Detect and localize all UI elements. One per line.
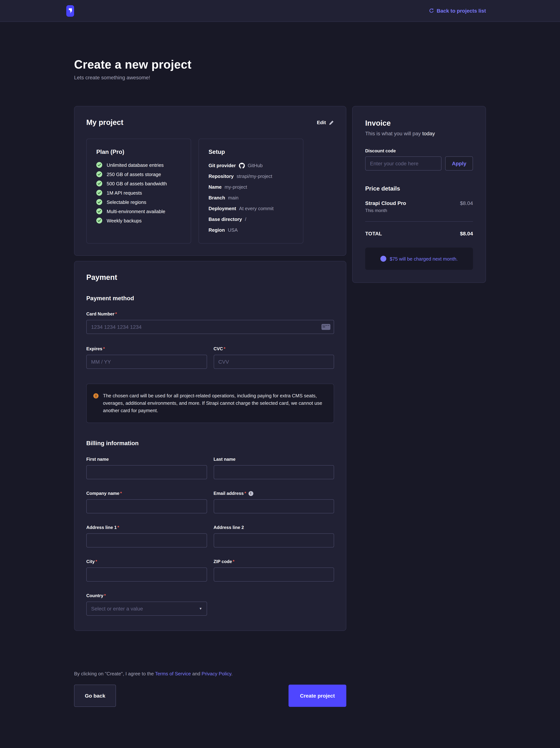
plan-feature: Unlimited database entries	[96, 162, 181, 168]
card-number-label: Card Number*	[86, 311, 117, 317]
total-row: TOTAL $8.04	[365, 231, 473, 236]
required-asterisk: *	[120, 491, 122, 496]
required-asterisk: *	[95, 559, 97, 564]
required-asterisk: *	[104, 593, 106, 598]
next-month-note: i $75 will be charged next month.	[365, 248, 473, 270]
check-circle-icon	[96, 162, 102, 168]
country-label: Country*	[86, 593, 106, 598]
content-columns: My project Edit Plan (Pro)	[74, 106, 486, 631]
email-address-label: Email address* i	[214, 491, 253, 496]
footer-actions: Go back Create project	[74, 685, 346, 707]
email-address-field: Email address* i	[214, 490, 334, 513]
payment-card: Payment Payment method Card Number*	[74, 261, 346, 631]
edit-button[interactable]: Edit	[317, 120, 334, 125]
check-circle-icon	[96, 199, 102, 205]
expires-input[interactable]	[86, 355, 207, 369]
address-line-2-input[interactable]	[214, 533, 334, 547]
zip-code-field: ZIP code*	[214, 558, 334, 582]
price-item-amount: $8.04	[460, 200, 473, 206]
city-input[interactable]	[86, 567, 207, 582]
plan-feature: 500 GB of assets bandwidth	[96, 181, 181, 186]
page: Back to projects list Create a new proje…	[0, 0, 560, 748]
expires-field: Expires*	[86, 345, 207, 369]
first-name-input[interactable]	[86, 465, 207, 479]
last-name-input[interactable]	[214, 465, 334, 479]
address-line-1-field: Address line 1*	[86, 524, 207, 547]
price-item-period: This month	[365, 208, 473, 213]
last-name-field: Last name	[214, 455, 334, 479]
check-circle-icon	[96, 190, 102, 196]
required-asterisk: *	[244, 491, 246, 496]
plan-feature: 250 GB of assets storage	[96, 171, 181, 177]
first-name-field: First name	[86, 455, 207, 479]
country-select[interactable]: Select or enter a value ▼	[86, 602, 207, 616]
discount-code-input[interactable]	[365, 157, 441, 170]
card-usage-notice-text: The chosen card will be used for all pro…	[103, 392, 327, 414]
discount-code-label: Discount code	[365, 148, 473, 154]
address-line-2-field: Address line 2	[214, 524, 334, 547]
page-subtitle: Lets create something awesome!	[74, 74, 486, 80]
next-month-note-text: $75 will be charged next month.	[390, 256, 458, 261]
country-field: Country* Select or enter a value ▼	[86, 592, 207, 616]
price-details-title: Price details	[365, 185, 473, 192]
address-line-1-label: Address line 1*	[86, 525, 119, 530]
pencil-icon	[329, 120, 334, 125]
check-circle-icon	[96, 171, 102, 177]
company-name-label: Company name*	[86, 491, 122, 496]
address-line-1-input[interactable]	[86, 533, 207, 547]
back-to-projects-link[interactable]: Back to projects list	[429, 8, 486, 14]
check-circle-icon	[96, 217, 102, 224]
setup-row-base-directory: Base directory /	[209, 216, 293, 223]
invoice-card: Invoice This is what you will pay today …	[352, 106, 486, 283]
total-label: TOTAL	[365, 231, 382, 236]
setup-row-deployment: Deployment At every commit	[209, 205, 293, 212]
plan-feature-list: Unlimited database entries 250 GB of ass…	[96, 162, 181, 224]
left-column: My project Edit Plan (Pro)	[74, 106, 346, 631]
main-content: Create a new project Lets create somethi…	[0, 58, 560, 707]
go-back-button[interactable]: Go back	[74, 685, 116, 707]
invoice-title: Invoice	[365, 119, 473, 127]
apply-button[interactable]: Apply	[445, 157, 473, 170]
plan-feature: Multi-environment available	[96, 208, 181, 214]
country-select-placeholder: Select or enter a value	[91, 606, 143, 612]
city-label: City*	[86, 559, 97, 564]
cvc-label: CVC*	[214, 346, 225, 351]
setup-row-repository: Repository strapi/my-project	[209, 173, 293, 180]
price-item-name: Strapi Cloud Pro	[365, 200, 406, 206]
credit-card-icon	[321, 324, 331, 330]
check-circle-icon	[96, 181, 102, 186]
card-number-input[interactable]	[86, 320, 334, 334]
required-asterisk: *	[103, 346, 105, 351]
discount-row: Apply	[365, 157, 473, 170]
warning-icon: !	[93, 393, 99, 398]
email-info-icon[interactable]: i	[248, 491, 253, 496]
billing-grid: First name Last name Compa	[86, 455, 334, 582]
company-name-field: Company name*	[86, 490, 207, 513]
setup-row-name: Name my-project	[209, 184, 293, 190]
zip-code-input[interactable]	[214, 567, 334, 582]
privacy-policy-link[interactable]: Privacy Policy	[202, 671, 231, 676]
company-name-input[interactable]	[86, 499, 207, 513]
top-bar: Back to projects list	[0, 0, 560, 22]
setup-title: Setup	[209, 149, 293, 155]
my-project-header: My project Edit	[86, 118, 334, 127]
invoice-divider	[365, 221, 473, 221]
page-title: Create a new project	[74, 58, 486, 72]
back-link-label: Back to projects list	[437, 8, 486, 14]
cvc-input[interactable]	[214, 355, 334, 369]
create-project-button[interactable]: Create project	[289, 685, 346, 707]
edit-label: Edit	[317, 120, 326, 125]
required-asterisk: *	[115, 311, 117, 317]
strapi-bolt-icon	[67, 7, 73, 15]
setup-row-git-provider: Git provider GitHub	[209, 162, 293, 169]
email-address-input[interactable]	[214, 499, 334, 513]
strapi-logo-icon	[66, 5, 74, 17]
plan-feature: Weekly backups	[96, 217, 181, 224]
plan-title: Plan (Pro)	[96, 149, 181, 155]
total-amount: $8.04	[460, 231, 473, 236]
billing-information-title: Billing information	[86, 440, 334, 447]
payment-method-title: Payment method	[86, 295, 334, 302]
first-name-label: First name	[86, 457, 109, 462]
setup-row-branch: Branch main	[209, 194, 293, 201]
terms-of-service-link[interactable]: Terms of Service	[155, 671, 191, 676]
